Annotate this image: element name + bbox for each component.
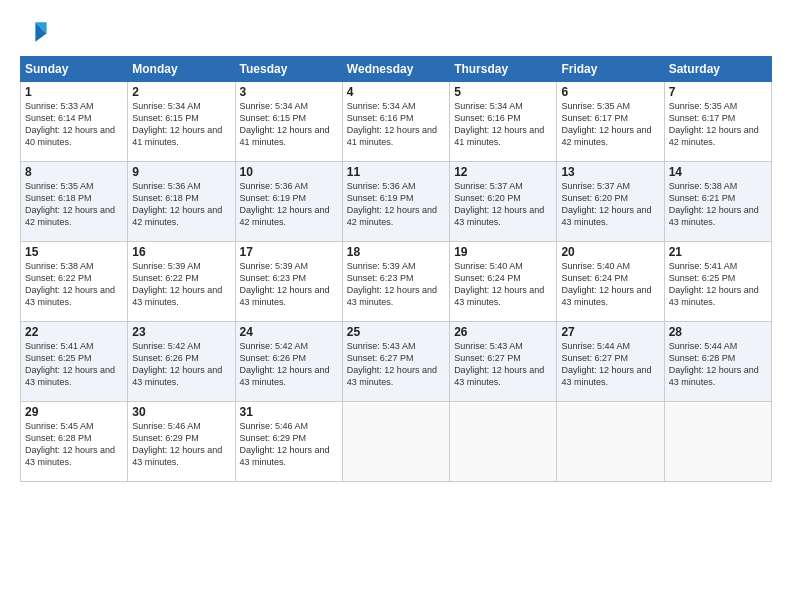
calendar-week-2: 8 Sunrise: 5:35 AMSunset: 6:18 PMDayligh… bbox=[21, 162, 772, 242]
day-info: Sunrise: 5:36 AMSunset: 6:19 PMDaylight:… bbox=[347, 181, 437, 227]
day-info: Sunrise: 5:38 AMSunset: 6:22 PMDaylight:… bbox=[25, 261, 115, 307]
weekday-header-wednesday: Wednesday bbox=[342, 57, 449, 82]
calendar-cell: 22 Sunrise: 5:41 AMSunset: 6:25 PMDaylig… bbox=[21, 322, 128, 402]
calendar-cell bbox=[557, 402, 664, 482]
calendar-cell: 8 Sunrise: 5:35 AMSunset: 6:18 PMDayligh… bbox=[21, 162, 128, 242]
day-info: Sunrise: 5:44 AMSunset: 6:28 PMDaylight:… bbox=[669, 341, 759, 387]
weekday-header-friday: Friday bbox=[557, 57, 664, 82]
calendar: SundayMondayTuesdayWednesdayThursdayFrid… bbox=[20, 56, 772, 482]
day-number: 23 bbox=[132, 325, 230, 339]
day-info: Sunrise: 5:40 AMSunset: 6:24 PMDaylight:… bbox=[454, 261, 544, 307]
day-info: Sunrise: 5:35 AMSunset: 6:17 PMDaylight:… bbox=[561, 101, 651, 147]
day-number: 8 bbox=[25, 165, 123, 179]
calendar-cell: 25 Sunrise: 5:43 AMSunset: 6:27 PMDaylig… bbox=[342, 322, 449, 402]
calendar-cell: 12 Sunrise: 5:37 AMSunset: 6:20 PMDaylig… bbox=[450, 162, 557, 242]
weekday-header-saturday: Saturday bbox=[664, 57, 771, 82]
day-number: 27 bbox=[561, 325, 659, 339]
day-info: Sunrise: 5:36 AMSunset: 6:18 PMDaylight:… bbox=[132, 181, 222, 227]
day-info: Sunrise: 5:36 AMSunset: 6:19 PMDaylight:… bbox=[240, 181, 330, 227]
day-info: Sunrise: 5:34 AMSunset: 6:16 PMDaylight:… bbox=[347, 101, 437, 147]
day-number: 19 bbox=[454, 245, 552, 259]
calendar-week-1: 1 Sunrise: 5:33 AMSunset: 6:14 PMDayligh… bbox=[21, 82, 772, 162]
calendar-body: 1 Sunrise: 5:33 AMSunset: 6:14 PMDayligh… bbox=[21, 82, 772, 482]
calendar-cell: 30 Sunrise: 5:46 AMSunset: 6:29 PMDaylig… bbox=[128, 402, 235, 482]
header bbox=[20, 18, 772, 46]
calendar-cell: 17 Sunrise: 5:39 AMSunset: 6:23 PMDaylig… bbox=[235, 242, 342, 322]
calendar-cell: 13 Sunrise: 5:37 AMSunset: 6:20 PMDaylig… bbox=[557, 162, 664, 242]
calendar-week-5: 29 Sunrise: 5:45 AMSunset: 6:28 PMDaylig… bbox=[21, 402, 772, 482]
weekday-header-tuesday: Tuesday bbox=[235, 57, 342, 82]
day-number: 14 bbox=[669, 165, 767, 179]
day-number: 2 bbox=[132, 85, 230, 99]
day-info: Sunrise: 5:45 AMSunset: 6:28 PMDaylight:… bbox=[25, 421, 115, 467]
calendar-cell bbox=[450, 402, 557, 482]
calendar-cell: 9 Sunrise: 5:36 AMSunset: 6:18 PMDayligh… bbox=[128, 162, 235, 242]
day-number: 24 bbox=[240, 325, 338, 339]
day-info: Sunrise: 5:43 AMSunset: 6:27 PMDaylight:… bbox=[347, 341, 437, 387]
calendar-cell: 26 Sunrise: 5:43 AMSunset: 6:27 PMDaylig… bbox=[450, 322, 557, 402]
calendar-cell: 27 Sunrise: 5:44 AMSunset: 6:27 PMDaylig… bbox=[557, 322, 664, 402]
day-info: Sunrise: 5:41 AMSunset: 6:25 PMDaylight:… bbox=[25, 341, 115, 387]
day-number: 26 bbox=[454, 325, 552, 339]
calendar-cell: 3 Sunrise: 5:34 AMSunset: 6:15 PMDayligh… bbox=[235, 82, 342, 162]
calendar-header-row: SundayMondayTuesdayWednesdayThursdayFrid… bbox=[21, 57, 772, 82]
day-number: 25 bbox=[347, 325, 445, 339]
day-number: 4 bbox=[347, 85, 445, 99]
calendar-cell: 2 Sunrise: 5:34 AMSunset: 6:15 PMDayligh… bbox=[128, 82, 235, 162]
day-info: Sunrise: 5:46 AMSunset: 6:29 PMDaylight:… bbox=[240, 421, 330, 467]
weekday-header-monday: Monday bbox=[128, 57, 235, 82]
day-number: 7 bbox=[669, 85, 767, 99]
page: SundayMondayTuesdayWednesdayThursdayFrid… bbox=[0, 0, 792, 612]
day-number: 13 bbox=[561, 165, 659, 179]
day-number: 21 bbox=[669, 245, 767, 259]
calendar-cell: 21 Sunrise: 5:41 AMSunset: 6:25 PMDaylig… bbox=[664, 242, 771, 322]
day-number: 9 bbox=[132, 165, 230, 179]
calendar-cell bbox=[342, 402, 449, 482]
day-info: Sunrise: 5:42 AMSunset: 6:26 PMDaylight:… bbox=[132, 341, 222, 387]
day-info: Sunrise: 5:39 AMSunset: 6:23 PMDaylight:… bbox=[347, 261, 437, 307]
day-info: Sunrise: 5:35 AMSunset: 6:18 PMDaylight:… bbox=[25, 181, 115, 227]
calendar-cell: 20 Sunrise: 5:40 AMSunset: 6:24 PMDaylig… bbox=[557, 242, 664, 322]
weekday-header-sunday: Sunday bbox=[21, 57, 128, 82]
day-number: 6 bbox=[561, 85, 659, 99]
calendar-cell: 14 Sunrise: 5:38 AMSunset: 6:21 PMDaylig… bbox=[664, 162, 771, 242]
calendar-cell: 18 Sunrise: 5:39 AMSunset: 6:23 PMDaylig… bbox=[342, 242, 449, 322]
day-info: Sunrise: 5:41 AMSunset: 6:25 PMDaylight:… bbox=[669, 261, 759, 307]
day-number: 29 bbox=[25, 405, 123, 419]
day-info: Sunrise: 5:44 AMSunset: 6:27 PMDaylight:… bbox=[561, 341, 651, 387]
day-info: Sunrise: 5:37 AMSunset: 6:20 PMDaylight:… bbox=[561, 181, 651, 227]
day-number: 10 bbox=[240, 165, 338, 179]
day-info: Sunrise: 5:34 AMSunset: 6:16 PMDaylight:… bbox=[454, 101, 544, 147]
day-number: 20 bbox=[561, 245, 659, 259]
day-info: Sunrise: 5:37 AMSunset: 6:20 PMDaylight:… bbox=[454, 181, 544, 227]
day-number: 16 bbox=[132, 245, 230, 259]
day-info: Sunrise: 5:38 AMSunset: 6:21 PMDaylight:… bbox=[669, 181, 759, 227]
day-number: 28 bbox=[669, 325, 767, 339]
day-info: Sunrise: 5:39 AMSunset: 6:22 PMDaylight:… bbox=[132, 261, 222, 307]
day-info: Sunrise: 5:34 AMSunset: 6:15 PMDaylight:… bbox=[240, 101, 330, 147]
calendar-cell: 28 Sunrise: 5:44 AMSunset: 6:28 PMDaylig… bbox=[664, 322, 771, 402]
calendar-week-4: 22 Sunrise: 5:41 AMSunset: 6:25 PMDaylig… bbox=[21, 322, 772, 402]
day-number: 30 bbox=[132, 405, 230, 419]
day-number: 11 bbox=[347, 165, 445, 179]
logo bbox=[20, 18, 52, 46]
calendar-cell: 7 Sunrise: 5:35 AMSunset: 6:17 PMDayligh… bbox=[664, 82, 771, 162]
day-number: 22 bbox=[25, 325, 123, 339]
day-number: 18 bbox=[347, 245, 445, 259]
day-number: 12 bbox=[454, 165, 552, 179]
day-number: 31 bbox=[240, 405, 338, 419]
day-info: Sunrise: 5:39 AMSunset: 6:23 PMDaylight:… bbox=[240, 261, 330, 307]
day-info: Sunrise: 5:35 AMSunset: 6:17 PMDaylight:… bbox=[669, 101, 759, 147]
weekday-header-thursday: Thursday bbox=[450, 57, 557, 82]
calendar-cell: 15 Sunrise: 5:38 AMSunset: 6:22 PMDaylig… bbox=[21, 242, 128, 322]
logo-icon bbox=[20, 18, 48, 46]
calendar-cell: 24 Sunrise: 5:42 AMSunset: 6:26 PMDaylig… bbox=[235, 322, 342, 402]
calendar-cell: 10 Sunrise: 5:36 AMSunset: 6:19 PMDaylig… bbox=[235, 162, 342, 242]
day-info: Sunrise: 5:40 AMSunset: 6:24 PMDaylight:… bbox=[561, 261, 651, 307]
day-info: Sunrise: 5:34 AMSunset: 6:15 PMDaylight:… bbox=[132, 101, 222, 147]
calendar-cell: 1 Sunrise: 5:33 AMSunset: 6:14 PMDayligh… bbox=[21, 82, 128, 162]
calendar-cell: 31 Sunrise: 5:46 AMSunset: 6:29 PMDaylig… bbox=[235, 402, 342, 482]
calendar-week-3: 15 Sunrise: 5:38 AMSunset: 6:22 PMDaylig… bbox=[21, 242, 772, 322]
day-number: 3 bbox=[240, 85, 338, 99]
calendar-cell: 4 Sunrise: 5:34 AMSunset: 6:16 PMDayligh… bbox=[342, 82, 449, 162]
